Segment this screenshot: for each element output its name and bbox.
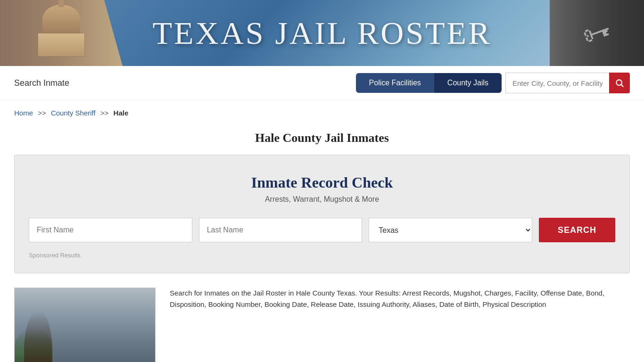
first-name-input[interactable]: [29, 218, 192, 242]
police-facilities-button[interactable]: Police Facilities: [356, 73, 434, 93]
facility-search-bar: [505, 73, 630, 93]
page-title-section: Hale County Jail Inmates: [0, 125, 644, 155]
site-title: Texas Jail Roster: [152, 15, 491, 52]
record-search-form: AlabamaAlaskaArizonaArkansasCaliforniaCo…: [29, 218, 615, 242]
breadcrumb-current: Hale: [114, 109, 129, 117]
banner-title: Texas Jail Roster: [152, 15, 491, 52]
hale-county-image: [14, 288, 156, 362]
facility-search-button[interactable]: [609, 73, 630, 93]
breadcrumb-sep2: >>: [100, 109, 109, 117]
record-check-subtitle: Arrests, Warrant, Mugshot & More: [29, 195, 615, 204]
sponsored-results-label: Sponsored Results: [29, 252, 615, 259]
navbar-right: Police Facilities County Jails: [356, 73, 630, 93]
last-name-input[interactable]: [199, 218, 363, 242]
record-search-button[interactable]: SEARCH: [539, 218, 615, 242]
banner-right-visual: 🗝: [550, 0, 644, 66]
record-check-title: Inmate Record Check: [29, 174, 615, 191]
search-icon: [615, 78, 624, 88]
state-select[interactable]: AlabamaAlaskaArizonaArkansasCaliforniaCo…: [369, 218, 532, 242]
bottom-section: Search for Inmates on the Jail Roster in…: [0, 288, 644, 362]
county-jails-button[interactable]: County Jails: [434, 73, 502, 93]
bottom-description: Search for Inmates on the Jail Roster in…: [170, 288, 630, 310]
breadcrumb-sep1: >>: [38, 109, 46, 117]
svg-line-1: [621, 85, 624, 87]
breadcrumb-county-sheriff[interactable]: County Sheriff: [51, 109, 96, 117]
search-inmate-label: Search Inmate: [14, 78, 69, 88]
facility-search-input[interactable]: [505, 73, 609, 93]
breadcrumb-home[interactable]: Home: [14, 109, 33, 117]
svg-point-0: [616, 80, 622, 85]
record-check-section: Inmate Record Check Arrests, Warrant, Mu…: [14, 155, 630, 273]
navbar: Search Inmate Police Facilities County J…: [0, 66, 644, 100]
banner-capitol: [14, 0, 108, 66]
site-banner: Texas Jail Roster 🗝: [0, 0, 644, 66]
tree-visual-2: [24, 311, 52, 362]
page-title: Hale County Jail Inmates: [14, 131, 630, 145]
breadcrumb: Home >> County Sheriff >> Hale: [0, 100, 644, 125]
